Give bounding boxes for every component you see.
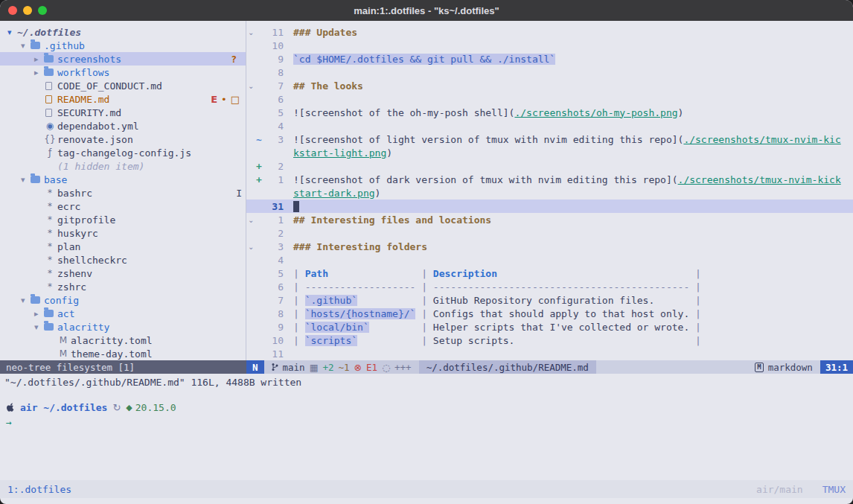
dotfile-icon: * [44,241,56,252]
tree-item-dependabot[interactable]: ◉dependabot.yml [0,119,246,133]
tree-item-zshenv[interactable]: *zshenv [0,267,246,280]
line-number: 1 [264,174,284,185]
editor-pane[interactable]: ⌄11### Updates 10 9`cd $HOME/.dotfiles &… [246,21,853,360]
fold-icon[interactable]: ⌄ [246,28,256,36]
folder-icon [31,42,40,49]
modified-dot-icon: • [221,94,227,105]
editor-line[interactable]: 9| `local/bin` | Helper scripts that I'v… [246,320,853,334]
editor-line[interactable]: 4 [246,119,853,133]
write-message: "~/.dotfiles/.github/README.md" 116L, 44… [4,377,301,388]
branch-name: main [283,362,305,373]
tree-item-ecrc[interactable]: *ecrc [0,200,246,213]
folder-icon [44,68,54,76]
tmux-window-tab[interactable]: 1:.dotfiles [7,484,71,495]
file-icon [45,82,52,90]
chevron-right-icon: ▸ [34,309,44,319]
node-version: ◆20.15.0 [126,402,176,413]
window-title: main:1:.dotfiles - "ks~/.dotfiles" [0,5,853,16]
tree-item-bashrc[interactable]: *bashrcI [0,186,246,200]
minimize-button[interactable] [23,6,32,15]
tree-item-plan[interactable]: *plan [0,240,246,253]
editor-line[interactable]: 7| `.github` | GitHub Repository configu… [246,293,853,307]
chevron-right-icon: ▸ [34,68,44,77]
line-number: 3 [264,241,284,252]
tree-item-theme-day-toml[interactable]: Mtheme-day.toml [0,347,246,360]
fold-icon[interactable]: ⌄ [246,82,256,90]
editor-line[interactable]: ⌄7## The looks [246,79,853,92]
editor-line[interactable]: 11 [246,347,853,360]
tree-item-huskyrc[interactable]: *huskyrc [0,226,246,240]
editor-line[interactable]: ~3![screenshot of light version of tmux … [246,133,853,146]
editor-line[interactable]: ⌄1## Interesting files and locations [246,213,853,226]
chevron-down-icon: ▾ [34,322,44,332]
tree-item-act[interactable]: ▸act [0,307,246,320]
editor-line[interactable]: 5| Path | Description | [246,267,853,280]
editor-line[interactable]: 6 [246,92,853,106]
shell-area[interactable]: air ~/.dotfiles ↻ ◆20.15.0 → [0,390,853,480]
tree-item-alacritty[interactable]: ▾alacritty [0,320,246,334]
git-untracked-badge: ? [231,54,237,65]
sync-icon: ↻ [112,402,121,413]
nvim-panes: ▾~/.dotfiles ▾.github ▸screenshots? ▸wor… [0,21,853,360]
tree-item-code-of-conduct[interactable]: CODE_OF_CONDUCT.md [0,79,246,92]
dotfile-icon: * [44,228,56,238]
tree-item-github[interactable]: ▾.github [0,39,246,52]
editor-line[interactable]: ⌄11### Updates [246,25,853,39]
tree-item-base[interactable]: ▾base [0,173,246,186]
markdown-link: ./screenshots/oh-my-posh.png [514,107,677,118]
dependabot-icon: ◉ [44,121,56,131]
tree-item-tag-changelog[interactable]: ƒtag-changelog-config.js [0,146,246,159]
traffic-lights [0,6,47,15]
tree-item-alacritty-toml[interactable]: Malacritty.toml [0,334,246,347]
tmux-label: TMUX [822,484,846,495]
tree-item-screenshots[interactable]: ▸screenshots? [0,52,246,66]
error-badge: E [211,94,217,105]
tree-item-shellcheckrc[interactable]: *shellcheckrc [0,253,246,267]
tree-item-renovate[interactable]: {}renovate.json [0,133,246,146]
tree-item-root[interactable]: ▾~/.dotfiles [0,25,246,39]
tree-item-workflows[interactable]: ▸workflows [0,66,246,79]
editor-line[interactable]: 5![screenshot of the oh-my-posh shell](.… [246,106,853,119]
editor-line[interactable]: 2 [246,226,853,240]
editor-line-wrap[interactable]: kstart-light.png) [246,146,853,159]
editor-line[interactable]: ⌄3### Interesting folders [246,240,853,253]
zoom-button[interactable] [38,6,47,15]
current-line-number: 31 [264,201,284,212]
editor-line[interactable]: +1![screenshot of dark version of tmux w… [246,173,853,186]
editor-line[interactable]: 10| `scripts` | Setup scripts. | [246,334,853,347]
tree-item-security[interactable]: SECURITY.md [0,106,246,119]
editor-line[interactable]: 6| ------------------- | ---------------… [246,280,853,293]
chevron-down-icon: ▾ [21,41,31,51]
unsaved-square-icon: □ [231,94,240,105]
line-number: 1 [264,214,284,226]
editor-line[interactable]: 4 [246,253,853,267]
lines-added: +2 [322,362,333,373]
editor-line[interactable]: 8 [246,66,853,79]
folder-icon [31,176,40,183]
prompt-input-line[interactable]: → [6,415,847,429]
editor-line-wrap[interactable]: start-dark.png) [246,186,853,200]
editor-line[interactable]: 9`cd $HOME/.dotfiles && git pull && ./in… [246,52,853,66]
tree-item-readme[interactable]: README.mdE•□ [0,92,246,106]
git-add-sign: + [256,161,264,172]
editor-current-line[interactable]: 31 [246,200,853,213]
dotfile-icon: * [44,281,56,292]
line-number: 11 [264,27,284,38]
folder-icon [44,310,54,317]
markdown-link: kstart-light.png [293,147,386,159]
apple-icon [6,402,15,412]
fold-icon[interactable]: ⌄ [246,216,256,224]
fold-icon[interactable]: ⌄ [246,243,256,251]
editor-line[interactable]: 8| `hosts/{hostname}/` | Configs that sh… [246,307,853,320]
line-number: 5 [264,107,284,118]
markdown-link: ./screenshots/tmux-nvim-kic [683,134,840,145]
tree-item-gitprofile[interactable]: *gitprofile [0,213,246,226]
editor-line[interactable]: 10 [246,39,853,52]
editor-line[interactable]: +2 [246,159,853,173]
close-button[interactable] [8,6,17,15]
tree-item-config[interactable]: ▾config [0,293,246,307]
markdown-link: start-dark.png [293,188,375,199]
line-number: 2 [264,228,284,239]
cursor-position: 31:1 [820,360,853,374]
tree-item-zshrc[interactable]: *zshrc [0,280,246,293]
